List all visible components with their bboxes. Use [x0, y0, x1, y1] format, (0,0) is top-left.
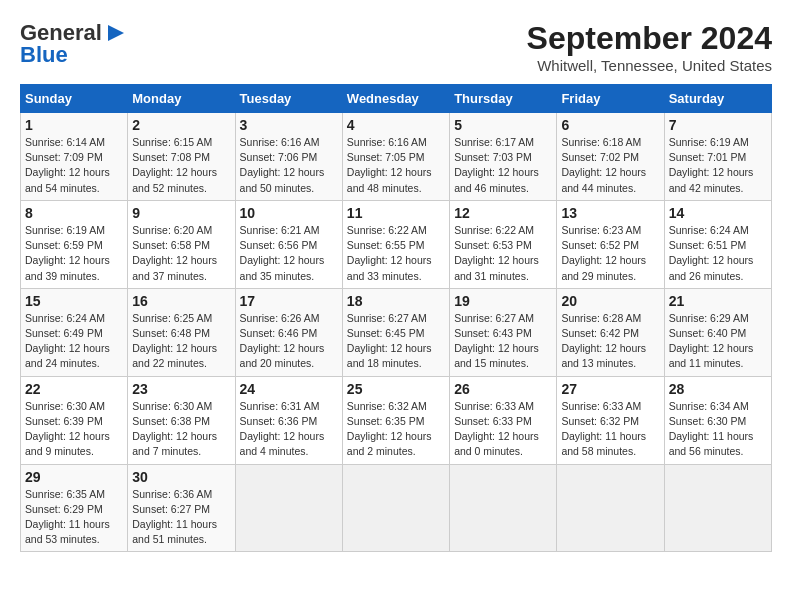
day-number: 23 — [132, 381, 230, 397]
day-info: Sunrise: 6:19 AM Sunset: 6:59 PM Dayligh… — [25, 223, 123, 284]
table-row: 23 Sunrise: 6:30 AM Sunset: 6:38 PM Dayl… — [128, 376, 235, 464]
day-info: Sunrise: 6:27 AM Sunset: 6:43 PM Dayligh… — [454, 311, 552, 372]
table-row: 11 Sunrise: 6:22 AM Sunset: 6:55 PM Dayl… — [342, 200, 449, 288]
day-info: Sunrise: 6:30 AM Sunset: 6:38 PM Dayligh… — [132, 399, 230, 460]
table-row: 25 Sunrise: 6:32 AM Sunset: 6:35 PM Dayl… — [342, 376, 449, 464]
day-info: Sunrise: 6:35 AM Sunset: 6:29 PM Dayligh… — [25, 487, 123, 548]
day-info: Sunrise: 6:21 AM Sunset: 6:56 PM Dayligh… — [240, 223, 338, 284]
day-info: Sunrise: 6:29 AM Sunset: 6:40 PM Dayligh… — [669, 311, 767, 372]
day-number: 9 — [132, 205, 230, 221]
table-row: 5 Sunrise: 6:17 AM Sunset: 7:03 PM Dayli… — [450, 113, 557, 201]
col-monday: Monday — [128, 85, 235, 113]
table-row: 16 Sunrise: 6:25 AM Sunset: 6:48 PM Dayl… — [128, 288, 235, 376]
table-row: 30 Sunrise: 6:36 AM Sunset: 6:27 PM Dayl… — [128, 464, 235, 552]
table-row: 24 Sunrise: 6:31 AM Sunset: 6:36 PM Dayl… — [235, 376, 342, 464]
day-info: Sunrise: 6:14 AM Sunset: 7:09 PM Dayligh… — [25, 135, 123, 196]
day-number: 7 — [669, 117, 767, 133]
page-header: General Blue September 2024 Whitwell, Te… — [20, 20, 772, 74]
calendar-week-row: 1 Sunrise: 6:14 AM Sunset: 7:09 PM Dayli… — [21, 113, 772, 201]
calendar-header-row: Sunday Monday Tuesday Wednesday Thursday… — [21, 85, 772, 113]
table-row: 2 Sunrise: 6:15 AM Sunset: 7:08 PM Dayli… — [128, 113, 235, 201]
table-row — [235, 464, 342, 552]
table-row: 18 Sunrise: 6:27 AM Sunset: 6:45 PM Dayl… — [342, 288, 449, 376]
calendar-table: Sunday Monday Tuesday Wednesday Thursday… — [20, 84, 772, 552]
day-number: 2 — [132, 117, 230, 133]
day-info: Sunrise: 6:27 AM Sunset: 6:45 PM Dayligh… — [347, 311, 445, 372]
calendar-week-row: 8 Sunrise: 6:19 AM Sunset: 6:59 PM Dayli… — [21, 200, 772, 288]
table-row: 17 Sunrise: 6:26 AM Sunset: 6:46 PM Dayl… — [235, 288, 342, 376]
calendar-week-row: 22 Sunrise: 6:30 AM Sunset: 6:39 PM Dayl… — [21, 376, 772, 464]
day-number: 4 — [347, 117, 445, 133]
day-info: Sunrise: 6:15 AM Sunset: 7:08 PM Dayligh… — [132, 135, 230, 196]
day-info: Sunrise: 6:22 AM Sunset: 6:53 PM Dayligh… — [454, 223, 552, 284]
table-row — [664, 464, 771, 552]
col-sunday: Sunday — [21, 85, 128, 113]
day-number: 11 — [347, 205, 445, 221]
day-number: 22 — [25, 381, 123, 397]
col-friday: Friday — [557, 85, 664, 113]
day-info: Sunrise: 6:19 AM Sunset: 7:01 PM Dayligh… — [669, 135, 767, 196]
logo: General Blue — [20, 20, 126, 68]
day-number: 5 — [454, 117, 552, 133]
day-info: Sunrise: 6:33 AM Sunset: 6:32 PM Dayligh… — [561, 399, 659, 460]
day-number: 12 — [454, 205, 552, 221]
table-row: 10 Sunrise: 6:21 AM Sunset: 6:56 PM Dayl… — [235, 200, 342, 288]
day-info: Sunrise: 6:28 AM Sunset: 6:42 PM Dayligh… — [561, 311, 659, 372]
table-row: 26 Sunrise: 6:33 AM Sunset: 6:33 PM Dayl… — [450, 376, 557, 464]
table-row: 9 Sunrise: 6:20 AM Sunset: 6:58 PM Dayli… — [128, 200, 235, 288]
svg-marker-0 — [108, 25, 124, 41]
table-row: 7 Sunrise: 6:19 AM Sunset: 7:01 PM Dayli… — [664, 113, 771, 201]
day-number: 26 — [454, 381, 552, 397]
table-row: 14 Sunrise: 6:24 AM Sunset: 6:51 PM Dayl… — [664, 200, 771, 288]
table-row: 15 Sunrise: 6:24 AM Sunset: 6:49 PM Dayl… — [21, 288, 128, 376]
logo-arrow-icon — [106, 23, 126, 43]
day-info: Sunrise: 6:31 AM Sunset: 6:36 PM Dayligh… — [240, 399, 338, 460]
table-row — [450, 464, 557, 552]
table-row: 3 Sunrise: 6:16 AM Sunset: 7:06 PM Dayli… — [235, 113, 342, 201]
page-subtitle: Whitwell, Tennessee, United States — [527, 57, 772, 74]
day-number: 1 — [25, 117, 123, 133]
table-row: 12 Sunrise: 6:22 AM Sunset: 6:53 PM Dayl… — [450, 200, 557, 288]
day-number: 15 — [25, 293, 123, 309]
day-info: Sunrise: 6:20 AM Sunset: 6:58 PM Dayligh… — [132, 223, 230, 284]
table-row: 4 Sunrise: 6:16 AM Sunset: 7:05 PM Dayli… — [342, 113, 449, 201]
day-number: 28 — [669, 381, 767, 397]
day-number: 21 — [669, 293, 767, 309]
table-row: 19 Sunrise: 6:27 AM Sunset: 6:43 PM Dayl… — [450, 288, 557, 376]
table-row: 28 Sunrise: 6:34 AM Sunset: 6:30 PM Dayl… — [664, 376, 771, 464]
title-block: September 2024 Whitwell, Tennessee, Unit… — [527, 20, 772, 74]
day-number: 3 — [240, 117, 338, 133]
table-row: 22 Sunrise: 6:30 AM Sunset: 6:39 PM Dayl… — [21, 376, 128, 464]
page-title: September 2024 — [527, 20, 772, 57]
table-row: 6 Sunrise: 6:18 AM Sunset: 7:02 PM Dayli… — [557, 113, 664, 201]
day-number: 27 — [561, 381, 659, 397]
col-wednesday: Wednesday — [342, 85, 449, 113]
day-number: 13 — [561, 205, 659, 221]
table-row: 8 Sunrise: 6:19 AM Sunset: 6:59 PM Dayli… — [21, 200, 128, 288]
day-info: Sunrise: 6:18 AM Sunset: 7:02 PM Dayligh… — [561, 135, 659, 196]
table-row — [342, 464, 449, 552]
calendar-week-row: 29 Sunrise: 6:35 AM Sunset: 6:29 PM Dayl… — [21, 464, 772, 552]
table-row: 21 Sunrise: 6:29 AM Sunset: 6:40 PM Dayl… — [664, 288, 771, 376]
day-number: 25 — [347, 381, 445, 397]
table-row: 1 Sunrise: 6:14 AM Sunset: 7:09 PM Dayli… — [21, 113, 128, 201]
day-number: 20 — [561, 293, 659, 309]
day-info: Sunrise: 6:24 AM Sunset: 6:49 PM Dayligh… — [25, 311, 123, 372]
day-info: Sunrise: 6:32 AM Sunset: 6:35 PM Dayligh… — [347, 399, 445, 460]
day-info: Sunrise: 6:17 AM Sunset: 7:03 PM Dayligh… — [454, 135, 552, 196]
day-info: Sunrise: 6:26 AM Sunset: 6:46 PM Dayligh… — [240, 311, 338, 372]
col-thursday: Thursday — [450, 85, 557, 113]
logo-blue: Blue — [20, 42, 68, 68]
day-info: Sunrise: 6:36 AM Sunset: 6:27 PM Dayligh… — [132, 487, 230, 548]
day-info: Sunrise: 6:30 AM Sunset: 6:39 PM Dayligh… — [25, 399, 123, 460]
day-number: 10 — [240, 205, 338, 221]
day-info: Sunrise: 6:33 AM Sunset: 6:33 PM Dayligh… — [454, 399, 552, 460]
col-tuesday: Tuesday — [235, 85, 342, 113]
table-row — [557, 464, 664, 552]
day-info: Sunrise: 6:24 AM Sunset: 6:51 PM Dayligh… — [669, 223, 767, 284]
day-number: 29 — [25, 469, 123, 485]
table-row: 29 Sunrise: 6:35 AM Sunset: 6:29 PM Dayl… — [21, 464, 128, 552]
day-number: 8 — [25, 205, 123, 221]
day-info: Sunrise: 6:16 AM Sunset: 7:06 PM Dayligh… — [240, 135, 338, 196]
col-saturday: Saturday — [664, 85, 771, 113]
